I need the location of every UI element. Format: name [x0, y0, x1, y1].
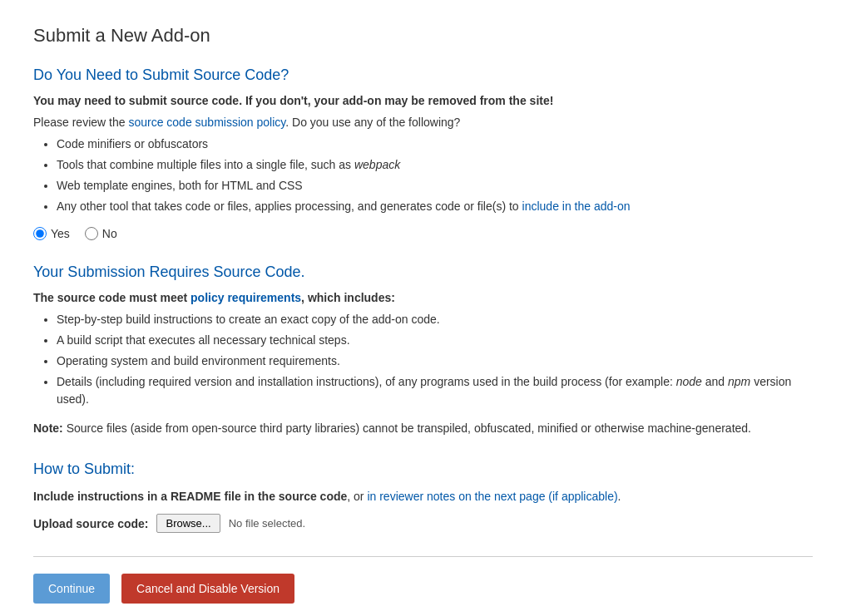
upload-row: Upload source code: Browse... No file se… — [33, 514, 813, 533]
section1-intro-suffix: . Do you use any of the following? — [285, 116, 460, 129]
section1-intro: Please review the source code submission… — [33, 116, 813, 129]
bullet-item: Code minifiers or obfuscators — [57, 136, 813, 153]
bullet-item: Tools that combine multiple files into a… — [57, 156, 813, 174]
section2-heading: Your Submission Requires Source Code. — [33, 264, 813, 281]
section1-bullets: Code minifiers or obfuscators Tools that… — [57, 136, 813, 215]
note-label: Note: — [33, 421, 63, 435]
bullet-item: Step-by-step build instructions to creat… — [57, 311, 813, 328]
section2-intro-suffix: , which includes: — [301, 291, 395, 304]
section2-intro: The source code must meet policy require… — [33, 291, 813, 304]
radio-yes-input[interactable] — [33, 227, 47, 240]
bullet-item: Web template engines, both for HTML and … — [57, 177, 813, 195]
note-body: Source files (aside from open-source thi… — [63, 421, 751, 435]
reviewer-notes-link[interactable]: in reviewer notes on the next page (if a… — [367, 490, 617, 503]
browse-button[interactable]: Browse... — [156, 514, 220, 533]
section2-intro-prefix: The source code must meet — [33, 291, 190, 304]
bullet-item: Any other tool that takes code or files,… — [57, 198, 813, 215]
radio-no-option[interactable]: No — [85, 227, 117, 240]
section1-intro-prefix: Please review the — [33, 116, 128, 129]
bullet-item: Details (including required version and … — [57, 373, 813, 408]
bullet-item: A build script that executes all necessa… — [57, 332, 813, 349]
divider — [33, 556, 813, 557]
section-source-code-question: Do You Need to Submit Source Code? You m… — [33, 67, 813, 240]
radio-no-input[interactable] — [85, 227, 98, 240]
page-title: Submit a New Add-on — [33, 25, 813, 47]
policy-requirements-link[interactable]: policy requirements — [190, 291, 301, 304]
bullet-item: Operating system and build environment r… — [57, 352, 813, 370]
source-code-policy-link[interactable]: source code submission policy — [128, 116, 285, 129]
no-file-text: No file selected. — [229, 517, 306, 530]
continue-button[interactable]: Continue — [33, 574, 110, 604]
radio-no-label: No — [102, 227, 117, 240]
section2-note: Note: Source files (aside from open-sour… — [33, 420, 813, 437]
action-row: Continue Cancel and Disable Version — [33, 574, 813, 604]
section1-warning: You may need to submit source code. If y… — [33, 94, 813, 107]
section3-desc: Include instructions in a README file in… — [33, 488, 813, 505]
section2-bullets: Step-by-step build instructions to creat… — [57, 311, 813, 408]
section1-heading: Do You Need to Submit Source Code? — [33, 67, 813, 84]
section-how-to-submit: How to Submit: Include instructions in a… — [33, 461, 813, 533]
yes-no-radio-group: Yes No — [33, 227, 813, 240]
include-link[interactable]: include in the add-on — [522, 200, 631, 213]
cancel-disable-button[interactable]: Cancel and Disable Version — [121, 574, 294, 604]
radio-yes-option[interactable]: Yes — [33, 227, 70, 240]
section-requires-source: Your Submission Requires Source Code. Th… — [33, 264, 813, 437]
radio-yes-label: Yes — [51, 227, 70, 240]
section3-heading: How to Submit: — [33, 461, 813, 478]
upload-label: Upload source code: — [33, 517, 148, 530]
